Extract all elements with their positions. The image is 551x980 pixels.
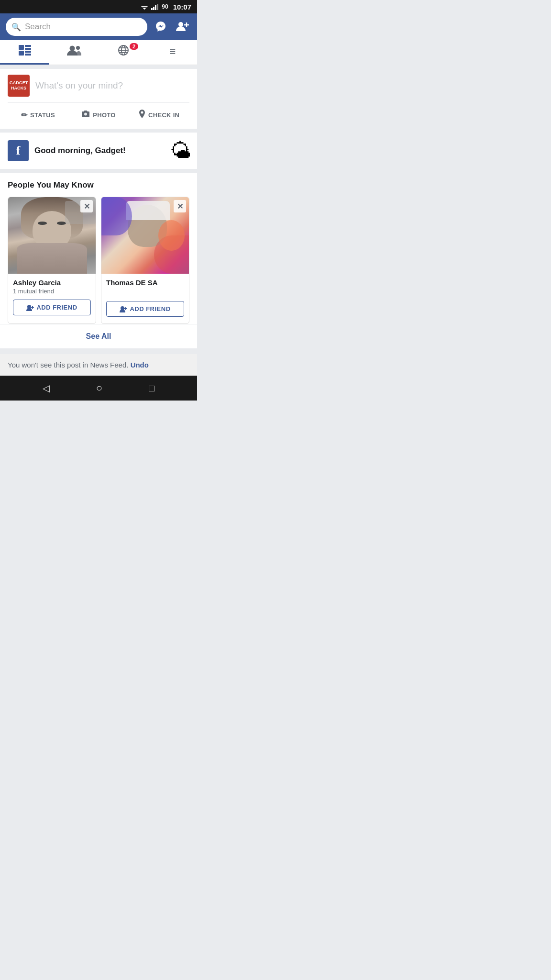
post-box: GADGET HACKS What's on your mind? ✏ STAT… [0, 69, 197, 129]
search-bar[interactable]: 🔍 Search [6, 18, 147, 36]
svg-rect-15 [25, 54, 31, 56]
thomas-name: Thomas DE SA [106, 278, 184, 287]
facebook-f-icon: f [8, 140, 29, 161]
svg-rect-5 [155, 5, 156, 10]
friends-icon [67, 45, 81, 58]
ashley-mutual: 1 mutual friend [13, 288, 91, 295]
home-button[interactable]: ○ [96, 382, 102, 394]
svg-point-17 [76, 46, 80, 50]
people-section-title: People You May Know [8, 180, 189, 190]
location-icon [139, 110, 145, 120]
battery-indicator: 90 [162, 3, 168, 10]
hamburger-icon: ≡ [170, 45, 176, 58]
svg-rect-10 [19, 45, 24, 50]
nav-menu[interactable]: ≡ [148, 40, 197, 65]
news-feed-icon [19, 45, 31, 58]
ashley-card-info: Ashley Garcia 1 mutual friend ADD FRIEND [8, 274, 96, 322]
search-placeholder: Search [25, 22, 51, 32]
person-card-thomas: ✕ Thomas DE SA ADD FRIEND [101, 197, 189, 324]
nav-news-feed[interactable] [0, 40, 49, 65]
bottom-notification: You won't see this post in News Feed. Un… [0, 354, 197, 376]
see-all-section: See All [0, 324, 197, 348]
add-ashley-button[interactable]: ADD FRIEND [13, 300, 91, 315]
user-avatar: GADGET HACKS [8, 75, 30, 97]
nav-friends[interactable] [49, 40, 99, 65]
svg-point-23 [84, 113, 87, 116]
nav-notifications[interactable]: 2 [99, 40, 148, 65]
add-ashley-label: ADD FRIEND [36, 304, 77, 311]
people-section: People You May Know ✕ [0, 173, 197, 324]
checkin-label: CHECK IN [148, 111, 179, 119]
notification-badge: 2 [130, 43, 138, 50]
camera-icon [81, 110, 90, 120]
ashley-name: Ashley Garcia [13, 278, 91, 287]
people-cards: ✕ Ashley Garcia 1 mutual friend ADD FRIE… [8, 197, 189, 324]
clock: 10:07 [173, 3, 191, 11]
undo-link[interactable]: Undo [131, 361, 149, 369]
wifi-icon [141, 3, 148, 10]
pencil-icon: ✏ [21, 111, 27, 120]
post-header: GADGET HACKS What's on your mind? [8, 75, 189, 97]
photo-button[interactable]: PHOTO [68, 107, 129, 123]
add-thomas-label: ADD FRIEND [130, 305, 170, 312]
checkin-button[interactable]: CHECK IN [129, 107, 189, 123]
notification-text: You won't see this post in News Feed. [8, 361, 128, 369]
divider-1 [0, 65, 197, 69]
status-button[interactable]: ✏ STATUS [8, 107, 68, 123]
post-actions: ✏ STATUS PHOTO CHECK IN [8, 102, 189, 123]
dismiss-thomas-button[interactable]: ✕ [174, 200, 186, 212]
svg-rect-13 [25, 48, 31, 50]
morning-text: Good morning, Gadget! [34, 146, 126, 156]
person-card-ashley: ✕ Ashley Garcia 1 mutual friend ADD FRIE… [8, 197, 96, 324]
navigation-bar: 2 ≡ [0, 40, 197, 65]
recents-button[interactable]: □ [149, 383, 154, 394]
friend-requests-button[interactable] [174, 18, 191, 35]
svg-rect-14 [25, 51, 31, 53]
divider-4 [0, 348, 197, 352]
svg-marker-2 [143, 8, 146, 10]
add-thomas-button[interactable]: ADD FRIEND [106, 301, 184, 317]
divider-3 [0, 169, 197, 173]
svg-rect-6 [157, 4, 158, 10]
thomas-card-info: Thomas DE SA ADD FRIEND [101, 274, 189, 323]
see-all-link[interactable]: See All [86, 332, 111, 340]
svg-point-7 [178, 22, 183, 27]
messenger-button[interactable] [152, 18, 169, 35]
facebook-header: 🔍 Search [0, 13, 197, 40]
status-label: STATUS [30, 111, 55, 119]
svg-rect-3 [151, 8, 153, 10]
svg-rect-12 [25, 45, 31, 47]
morning-banner: f Good morning, Gadget! 🌤 [0, 133, 197, 169]
divider-2 [0, 129, 197, 133]
svg-point-16 [69, 46, 75, 51]
cellular-icon [151, 3, 159, 10]
weather-icon: 🌤 [170, 139, 191, 163]
svg-rect-4 [153, 7, 154, 10]
svg-rect-11 [19, 51, 24, 56]
android-nav-bar: ◁ ○ □ [0, 376, 197, 401]
photo-label: PHOTO [93, 111, 116, 119]
back-button[interactable]: ◁ [43, 382, 50, 394]
globe-icon [118, 45, 129, 59]
dismiss-ashley-button[interactable]: ✕ [80, 200, 93, 212]
thomas-mutual [106, 288, 184, 296]
status-bar: 90 10:07 [0, 0, 197, 13]
post-placeholder[interactable]: What's on your mind? [35, 80, 123, 91]
search-icon: 🔍 [11, 22, 21, 32]
